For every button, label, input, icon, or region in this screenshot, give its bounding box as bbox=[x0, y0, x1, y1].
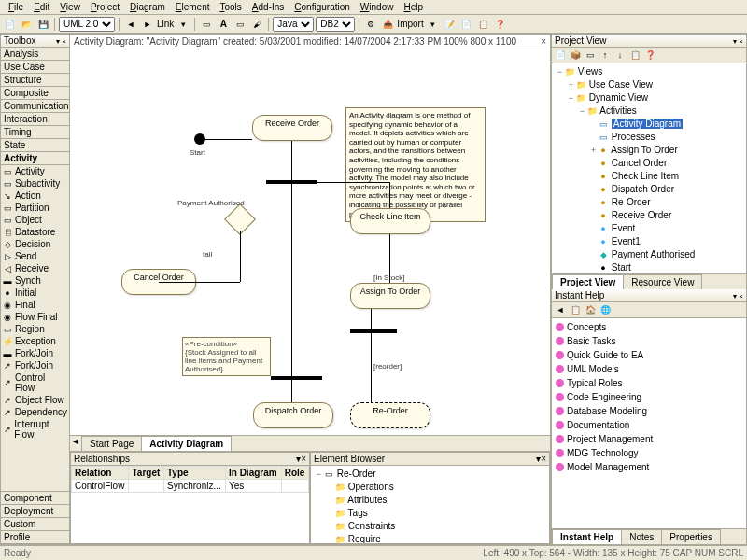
diagram-note[interactable]: An Activity diagram is one method of spe… bbox=[345, 107, 486, 222]
toolbox-section-profile[interactable]: Profile bbox=[1, 530, 69, 544]
help-icon[interactable]: ❓ bbox=[493, 17, 508, 32]
toolbox-item-action[interactable]: ↘Action bbox=[1, 189, 69, 202]
toolbox-item-object[interactable]: ▭Object bbox=[1, 214, 69, 226]
toolbox-section-timing[interactable]: Timing bbox=[1, 125, 69, 139]
ih-report-icon[interactable]: 📋 bbox=[569, 303, 582, 316]
pv-diag-icon[interactable]: ▭ bbox=[584, 49, 597, 62]
toolbox-item-final[interactable]: ◉Final bbox=[1, 299, 69, 311]
toolbox-item-region[interactable]: ▭Region bbox=[1, 323, 69, 335]
toolbox-item-control-flow[interactable]: ↗Control Flow bbox=[1, 371, 69, 394]
toolbox-section-activity[interactable]: Activity bbox=[1, 151, 69, 165]
dispatch-order-node[interactable]: Dispatch Order bbox=[253, 402, 333, 428]
help-item-model-management[interactable]: Model Management bbox=[554, 460, 744, 474]
toolbox-section-deployment[interactable]: Deployment bbox=[1, 504, 69, 518]
toolbox-section-interaction[interactable]: Interaction bbox=[1, 112, 69, 126]
menu-diagram[interactable]: Diagram bbox=[125, 1, 170, 13]
tree-cancel-order[interactable]: ● Cancel Order bbox=[554, 157, 744, 170]
toolbox-item-partition[interactable]: ▭Partition bbox=[1, 202, 69, 214]
rel-col-type[interactable]: Type bbox=[163, 467, 225, 480]
rel-close-icon[interactable]: × bbox=[301, 454, 306, 464]
toolbox-section-composite[interactable]: Composite bbox=[1, 86, 69, 100]
tab-project-view[interactable]: Project View bbox=[552, 274, 624, 289]
gear-icon[interactable]: ⚙ bbox=[363, 17, 378, 32]
menu-element[interactable]: Element bbox=[171, 1, 215, 13]
open-icon[interactable]: 📂 bbox=[19, 17, 34, 32]
project-tree[interactable]: −📁 Views+📁 Use Case View−📁 Dynamic View−… bbox=[552, 63, 746, 273]
tab-scroll-left-icon[interactable]: ◄ bbox=[70, 436, 81, 451]
start-node[interactable] bbox=[194, 133, 205, 145]
menu-tools[interactable]: Tools bbox=[216, 1, 247, 13]
fwd-icon[interactable]: ► bbox=[140, 17, 155, 32]
tree-use-case-view[interactable]: +📁 Use Case View bbox=[554, 78, 744, 91]
tree-check-line-item[interactable]: ● Check Line Item bbox=[554, 170, 744, 183]
check-line-item-node[interactable]: Check Line Item bbox=[350, 208, 430, 234]
pv-pin-icon[interactable]: ▾ bbox=[733, 37, 737, 46]
eb-item[interactable]: Operations bbox=[348, 482, 394, 492]
tree-event1[interactable]: ● Event1 bbox=[554, 235, 744, 248]
tree-activities[interactable]: −📁 Activities bbox=[554, 105, 744, 118]
tree-payment-authorised[interactable]: ◆ Payment Authorised bbox=[554, 248, 744, 261]
ih-home-icon[interactable]: 🏠 bbox=[584, 303, 597, 316]
diagram-close-icon[interactable]: × bbox=[541, 36, 546, 47]
assign-to-order-node[interactable]: Assign To Order bbox=[350, 283, 430, 309]
toolbox-section-use-case[interactable]: Use Case bbox=[1, 60, 69, 74]
doc2-icon[interactable]: 📄 bbox=[459, 17, 474, 32]
pre-condition-note[interactable]: «Pre-condition» {Stock Assigned to all l… bbox=[182, 337, 271, 376]
relationships-table[interactable]: Relation Target Type In Diagram Role Con… bbox=[71, 466, 309, 493]
toolbox-section-component[interactable]: Component bbox=[1, 491, 69, 505]
eb-item[interactable]: Attributes bbox=[347, 495, 387, 505]
rel-col-indiagram[interactable]: In Diagram bbox=[225, 467, 281, 480]
new-icon[interactable]: 📄 bbox=[2, 17, 17, 32]
tab-instant-help[interactable]: Instant Help bbox=[552, 529, 622, 544]
menu-file[interactable]: File bbox=[4, 1, 28, 13]
help-item-concepts[interactable]: Concepts bbox=[554, 320, 744, 334]
toolbox-section-custom[interactable]: Custom bbox=[1, 517, 69, 531]
import-dropdown-icon[interactable]: ▾ bbox=[426, 17, 441, 32]
paint-icon[interactable]: 🖌 bbox=[249, 17, 264, 32]
toolbox-item-subactivity[interactable]: ▭Subactivity bbox=[1, 177, 69, 189]
toolbox-section-structure[interactable]: Structure bbox=[1, 73, 69, 87]
toolbox-item-exception[interactable]: ⚡Exception bbox=[1, 335, 69, 347]
ih-close-icon[interactable]: × bbox=[739, 292, 743, 301]
help-item-mdg-technology[interactable]: MDG Technology bbox=[554, 446, 744, 460]
sync-bar-2[interactable] bbox=[350, 329, 397, 333]
pv-pkg-icon[interactable]: 📦 bbox=[569, 49, 582, 62]
help-item-basic-tasks[interactable]: Basic Tasks bbox=[554, 334, 744, 348]
toolbox-item-object-flow[interactable]: ↗Object Flow bbox=[1, 394, 69, 406]
uml-version-select[interactable]: UML 2.0 bbox=[59, 17, 115, 32]
tree-activity-diagram[interactable]: ▭ Activity Diagram bbox=[554, 118, 744, 131]
toolbox-item-send[interactable]: ▷Send bbox=[1, 250, 69, 262]
element-browser-tree[interactable]: −▭ Re-Order 📁 Operations📁 Attributes📁 Ta… bbox=[311, 466, 549, 543]
rel-col-role[interactable]: Role bbox=[281, 467, 308, 480]
toolbox-item-interrupt-flow[interactable]: ↗Interrupt Flow bbox=[1, 418, 69, 441]
diagram-canvas[interactable]: Start Receive Order An Activity diagram … bbox=[70, 49, 550, 435]
toolbox-item-synch[interactable]: ▬Synch bbox=[1, 274, 69, 287]
menu-view[interactable]: View bbox=[55, 1, 85, 13]
tree-receive-order[interactable]: ● Receive Order bbox=[554, 209, 744, 222]
close-icon[interactable]: × bbox=[62, 37, 66, 46]
toolbox-section-state[interactable]: State bbox=[1, 138, 69, 152]
pv-new-icon[interactable]: 📄 bbox=[554, 49, 567, 62]
note-icon[interactable]: ▭ bbox=[233, 17, 247, 32]
tree-dispatch-order[interactable]: ● Dispatch Order bbox=[554, 183, 744, 196]
tree-event[interactable]: ● Event bbox=[554, 222, 744, 235]
toolbox-item-fork-join[interactable]: ↗Fork/Join bbox=[1, 359, 69, 371]
import-label[interactable]: Import bbox=[397, 19, 423, 29]
help-item-typical-roles[interactable]: Typical Roles bbox=[554, 376, 744, 390]
lang-select[interactable]: Java bbox=[273, 17, 314, 32]
eb-close-icon[interactable]: × bbox=[541, 454, 546, 464]
ih-globe-icon[interactable]: 🌐 bbox=[599, 303, 612, 316]
pv-close-icon[interactable]: × bbox=[739, 37, 743, 46]
instant-help-list[interactable]: ConceptsBasic TasksQuick Guide to EAUML … bbox=[552, 318, 746, 528]
tree-assign-to-order[interactable]: +● Assign To Order bbox=[554, 144, 744, 157]
tree-processes[interactable]: ▭ Processes bbox=[554, 131, 744, 144]
pv-help-icon[interactable]: ❓ bbox=[643, 49, 656, 62]
toolbox-item-receive[interactable]: ◁Receive bbox=[1, 262, 69, 274]
tree-re-order[interactable]: ● Re-Order bbox=[554, 196, 744, 209]
tree-views[interactable]: −📁 Views bbox=[554, 65, 744, 78]
toolbox-item-fork-join[interactable]: ▬Fork/Join bbox=[1, 347, 69, 359]
toolbox-item-datastore[interactable]: ⌸Datastore bbox=[1, 226, 69, 238]
help-item-documentation[interactable]: Documentation bbox=[554, 418, 744, 432]
help-item-uml-models[interactable]: UML Models bbox=[554, 362, 744, 376]
tree-start[interactable]: ● Start bbox=[554, 261, 744, 273]
